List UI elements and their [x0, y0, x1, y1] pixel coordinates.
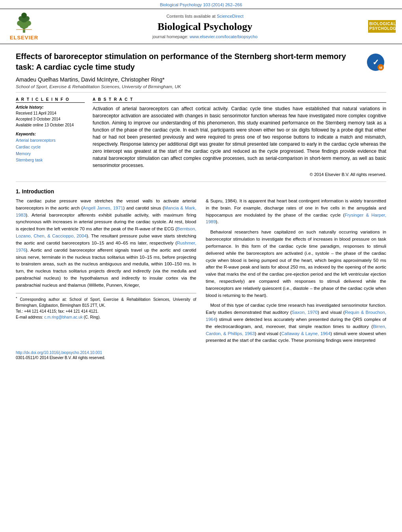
svg-text:M: M — [379, 66, 382, 70]
footnote-section: * Corresponding author at: School of Spo… — [16, 293, 196, 320]
paper-title-text: Effects of baroreceptor stimulation on p… — [16, 51, 361, 89]
two-col-text: The cardiac pulse pressure wave stretche… — [16, 198, 386, 347]
header-section: ELSEVIER Contents lists available at Sci… — [0, 9, 402, 44]
elsevier-text: ELSEVIER — [10, 35, 38, 41]
footnote-email-name: C. Ring — [85, 315, 98, 319]
keyword-cardiac: Cardiac cycle — [16, 144, 85, 150]
doi-link[interactable]: http://dx.doi.org/10.1016/j.biopsycho.20… — [16, 350, 386, 355]
journal-badge: BIOLOGICAL PSYCHOLOGY — [368, 20, 396, 33]
journal-ref: Biological Psychology 103 (2014) 262–266 — [160, 2, 242, 7]
article-history-heading: Article history: — [16, 105, 85, 109]
available-date: Available online 13 October 2014 — [16, 122, 85, 128]
intro-col2-para2: Behavioral researchers have capitalized … — [206, 229, 386, 299]
keyword-sternberg: Sternberg task — [16, 157, 85, 163]
badge-title-line1: BIOLOGICAL — [369, 22, 395, 26]
ref-berntson[interactable]: Berntson, Lozano, Chen, & Caccioppo, 200… — [16, 226, 196, 238]
received-date: Received 11 April 2014 — [16, 110, 85, 116]
intro-section: 1. Introduction The cardiac pulse pressu… — [16, 182, 386, 347]
intro-col2: & Supru, 1984). It is apparent that hear… — [206, 198, 386, 347]
ref-callaway[interactable]: Callaway & Layne, 1964 — [281, 331, 330, 336]
abstract-copyright: © 2014 Elsevier B.V. All rights reserved… — [93, 172, 386, 177]
article-info-heading: A R T I C L E I N F O — [16, 97, 85, 103]
keyword-memory: Memory — [16, 150, 85, 157]
header-center: Contents lists available at ScienceDirec… — [46, 14, 364, 39]
bottom-bar: http://dx.doi.org/10.1016/j.biopsycho.20… — [0, 347, 402, 363]
svg-point-7 — [21, 13, 27, 18]
homepage-link[interactable]: www.elsevier.com/locate/biopsycho — [190, 34, 257, 39]
keyword-arterial: Arterial baroreceptors — [16, 137, 85, 144]
sciencedirect-line: Contents lists available at ScienceDirec… — [46, 14, 364, 19]
paper-title: Effects of baroreceptor stimulation on p… — [16, 51, 361, 72]
abstract-section: A B S T R A C T Activation of arterial b… — [93, 97, 386, 177]
svg-text:✓: ✓ — [372, 58, 379, 67]
keywords-heading: Keywords: — [16, 132, 85, 136]
intro-col1: The cardiac pulse pressure wave stretche… — [16, 198, 196, 347]
article-dates: Received 11 April 2014 Accepted 3 Octobe… — [16, 110, 85, 128]
footnote-asterisk: * — [16, 296, 17, 300]
footnote-corresponding: * Corresponding author at: School of Spo… — [16, 296, 196, 308]
email-label: E-mail address: — [16, 315, 43, 319]
main-content: Effects of baroreceptor stimulation on p… — [0, 44, 402, 347]
author-names: Amadeu Quelhas Martins, David McIntyre, … — [16, 76, 164, 83]
article-body: A R T I C L E I N F O Article history: R… — [16, 93, 386, 182]
article-info: A R T I C L E I N F O Article history: R… — [16, 97, 85, 177]
keywords-section: Keywords: Arterial baroreceptors Cardiac… — [16, 132, 85, 163]
footnote-tel: Tel.: +44 121 414 4115; fax: +44 121 414… — [16, 308, 196, 314]
elsevier-tree-icon — [12, 12, 36, 34]
elsevier-logo: ELSEVIER — [6, 12, 42, 41]
sciencedirect-link[interactable]: ScienceDirect — [217, 14, 244, 19]
ref-angell[interactable]: Angell James, 1971 — [83, 206, 123, 210]
paper-affiliation: School of Sport, Exercise & Rehabilitati… — [16, 84, 361, 89]
ref-rushmer[interactable]: Rushmer, 1976 — [16, 241, 196, 252]
intro-col2-para3: Most of this type of cardiac cycle time … — [206, 302, 386, 344]
paper-title-section: Effects of baroreceptor stimulation on p… — [16, 44, 386, 93]
homepage-line: journal homepage: www.elsevier.com/locat… — [46, 34, 364, 39]
journal-title-header: Biological Psychology — [46, 21, 364, 33]
footnote-email-link[interactable]: c.m.ring@bham.ac.uk — [44, 315, 82, 319]
abstract-heading: A B S T R A C T — [93, 97, 386, 103]
badge-title-line2: PSYCHOLOGY — [369, 26, 395, 31]
issn-copyright: 0301-0511/© 2014 Elsevier B.V. All right… — [16, 356, 386, 360]
accepted-date: Accepted 3 October 2014 — [16, 116, 85, 122]
paper-authors: Amadeu Quelhas Martins, David McIntyre, … — [16, 76, 361, 83]
intro-col1-para1: The cardiac pulse pressure wave stretche… — [16, 198, 196, 289]
ref-saxon[interactable]: Saxon, 1970 — [292, 310, 318, 315]
journal-top-bar: Biological Psychology 103 (2014) 262–266 — [0, 0, 402, 9]
abstract-text: Activation of arterial baroreceptors can… — [93, 105, 386, 169]
ref-frysinger[interactable]: Frysinger & Harper, 1989 — [206, 213, 386, 224]
crossmark-icon: ✓ M — [366, 52, 385, 72]
crossmark-badge: ✓ M — [365, 51, 386, 73]
footnote-email: E-mail address: c.m.ring@bham.ac.uk (C. … — [16, 314, 196, 320]
intro-col2-para1: & Supru, 1984). It is apparent that hear… — [206, 198, 386, 226]
section-heading-intro: 1. Introduction — [16, 188, 386, 195]
